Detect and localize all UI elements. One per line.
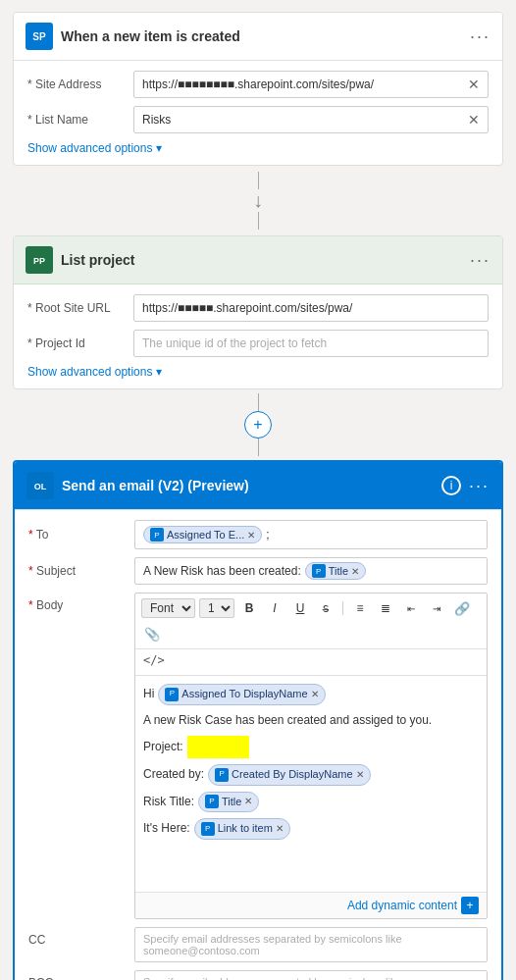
subject-row: * Subject A New Risk has been created: P…	[28, 557, 488, 585]
subject-label: * Subject	[28, 564, 127, 578]
link-chip: P Link to item ✕	[194, 818, 290, 840]
link-chip-close[interactable]: ✕	[276, 821, 284, 837]
list-project-body: * Root Site URL https://■■■■■.sharepoint…	[14, 284, 502, 388]
add-dynamic-button[interactable]: Add dynamic content +	[347, 897, 479, 914]
info-icon[interactable]: i	[441, 476, 461, 495]
project-id-row: * Project Id The unique id of the projec…	[27, 330, 489, 357]
attachment-button[interactable]: 📎	[141, 623, 163, 645]
send-email-body: * To P Assigned To E... ✕ ; * Subject A …	[15, 510, 501, 980]
site-address-row: * Site Address https://■■■■■■■■.sharepoi…	[27, 71, 489, 98]
decrease-indent-button[interactable]: ⇤	[400, 597, 422, 619]
code-tag-row: </>	[135, 649, 487, 676]
to-chip-close[interactable]: ✕	[247, 530, 255, 541]
plus-line-bottom	[258, 438, 259, 456]
svg-text:SP: SP	[32, 31, 46, 42]
body-line-4: Created by: P Created By DisplayName ✕	[143, 764, 479, 786]
hi-text: Hi	[143, 685, 154, 703]
list-project-advanced-link[interactable]: Show advanced options	[27, 365, 489, 379]
assigned-chip-label: Assigned To DisplayName	[181, 686, 307, 703]
to-row: * To P Assigned To E... ✕ ;	[28, 520, 488, 549]
toolbar-separator	[342, 601, 343, 615]
list-project-menu[interactable]: ···	[470, 250, 490, 271]
italic-button[interactable]: I	[264, 597, 285, 619]
created-by-chip-label: Created By DisplayName	[232, 766, 353, 784]
subject-chip-label: Title	[329, 565, 348, 577]
bullet-list-button[interactable]: ≡	[349, 597, 371, 619]
bcc-placeholder: Specify email addresses separated by sem…	[143, 976, 402, 980]
font-size-selector[interactable]: 12	[199, 598, 234, 618]
risk-title-chip: P Title ✕	[198, 792, 259, 813]
to-label: * To	[28, 528, 127, 542]
dynamic-plus-icon: +	[461, 897, 479, 914]
list-project-chevron-icon	[156, 365, 162, 379]
trigger-header: SP When a new item is created ···	[14, 13, 502, 61]
site-address-clear[interactable]: ✕	[468, 77, 480, 92]
root-site-input[interactable]: https://■■■■■.sharepoint.com/sites/pwa/	[133, 294, 489, 322]
assigned-to-chip: P Assigned To DisplayName ✕	[158, 684, 325, 705]
assigned-chip-close[interactable]: ✕	[311, 687, 319, 702]
bold-button[interactable]: B	[238, 597, 260, 619]
trigger-card: SP When a new item is created ··· * Site…	[13, 12, 503, 166]
list-name-input[interactable]: Risks ✕	[133, 106, 489, 133]
list-project-title: List project	[61, 252, 462, 268]
outlook-icon: OL	[26, 472, 54, 499]
project-value	[187, 736, 249, 758]
site-address-input[interactable]: https://■■■■■■■■.sharepoint.com/sites/pw…	[133, 71, 489, 98]
font-selector[interactable]: Font	[141, 598, 195, 618]
list-project-header: PP List project ···	[14, 236, 502, 284]
body-toolbar: Font 12 B I U S̶ ≡ ≣ ⇤ ⇥ �	[135, 593, 487, 649]
project-prefix: Project:	[143, 738, 183, 756]
project-icon: PP	[26, 246, 53, 274]
body-row: * Body Font 12 B I U S̶ ≡	[28, 593, 488, 919]
increase-indent-button[interactable]: ⇥	[426, 597, 447, 619]
plus-connector: +	[244, 389, 272, 460]
connector-1: ↓	[253, 166, 263, 235]
created-by-chip-icon: P	[215, 768, 229, 782]
svg-text:OL: OL	[34, 482, 47, 491]
cc-input[interactable]: Specify email addresses separated by sem…	[134, 927, 488, 962]
add-dynamic-label: Add dynamic content	[347, 899, 457, 912]
down-arrow-icon: ↓	[253, 189, 263, 212]
strikethrough-button[interactable]: S̶	[315, 597, 336, 619]
risk-title-chip-close[interactable]: ✕	[244, 794, 252, 809]
plus-line-top	[258, 393, 259, 411]
risk-title-prefix: Risk Title:	[143, 793, 194, 811]
list-project-card: PP List project ··· * Root Site URL http…	[13, 235, 503, 389]
underline-button[interactable]: U	[289, 597, 311, 619]
body-label: * Body	[28, 593, 127, 612]
risk-title-chip-icon: P	[205, 795, 219, 808]
bcc-input[interactable]: Specify email addresses separated by sem…	[134, 970, 488, 980]
link-prefix: It's Here:	[143, 819, 190, 838]
subject-chip-icon: P	[312, 564, 326, 578]
send-email-card: OL Send an email (V2) (Preview) i ··· * …	[13, 460, 503, 980]
add-step-button[interactable]: +	[244, 411, 272, 438]
list-name-value: Risks	[142, 113, 171, 127]
arrow-line-top	[258, 172, 259, 189]
body-line-5: Risk Title: P Title ✕	[143, 792, 479, 813]
project-id-input[interactable]: The unique id of the project to fetch	[133, 330, 489, 357]
subject-text: A New Risk has been created:	[143, 564, 301, 578]
subject-input[interactable]: A New Risk has been created: P Title ✕	[134, 557, 488, 585]
body-content[interactable]: Hi P Assigned To DisplayName ✕ A new Ris…	[135, 676, 487, 892]
numbered-list-button[interactable]: ≣	[375, 597, 396, 619]
trigger-advanced-link[interactable]: Show advanced options	[27, 141, 489, 155]
line2-text: A new Risk Case has been created and ass…	[143, 711, 432, 730]
trigger-menu[interactable]: ···	[470, 26, 490, 47]
to-input[interactable]: P Assigned To E... ✕ ;	[134, 520, 488, 549]
trigger-body: * Site Address https://■■■■■■■■.sharepoi…	[14, 61, 502, 165]
body-line-2: A new Risk Case has been created and ass…	[143, 711, 479, 730]
trigger-chevron-icon	[156, 141, 162, 155]
root-site-row: * Root Site URL https://■■■■■.sharepoint…	[27, 294, 489, 322]
created-by-chip-close[interactable]: ✕	[356, 767, 364, 783]
root-site-label: * Root Site URL	[27, 301, 126, 315]
link-button[interactable]: 🔗	[451, 597, 473, 619]
subject-chip-close[interactable]: ✕	[351, 566, 359, 577]
project-id-label: * Project Id	[27, 336, 126, 350]
send-email-menu[interactable]: ···	[469, 476, 490, 496]
project-id-placeholder: The unique id of the project to fetch	[142, 336, 327, 350]
cc-label: CC	[28, 927, 127, 947]
sharepoint-icon: SP	[26, 23, 53, 50]
site-address-value: https://■■■■■■■■.sharepoint.com/sites/pw…	[142, 77, 374, 91]
cc-row: CC Specify email addresses separated by …	[28, 927, 488, 962]
list-name-clear[interactable]: ✕	[468, 112, 480, 128]
